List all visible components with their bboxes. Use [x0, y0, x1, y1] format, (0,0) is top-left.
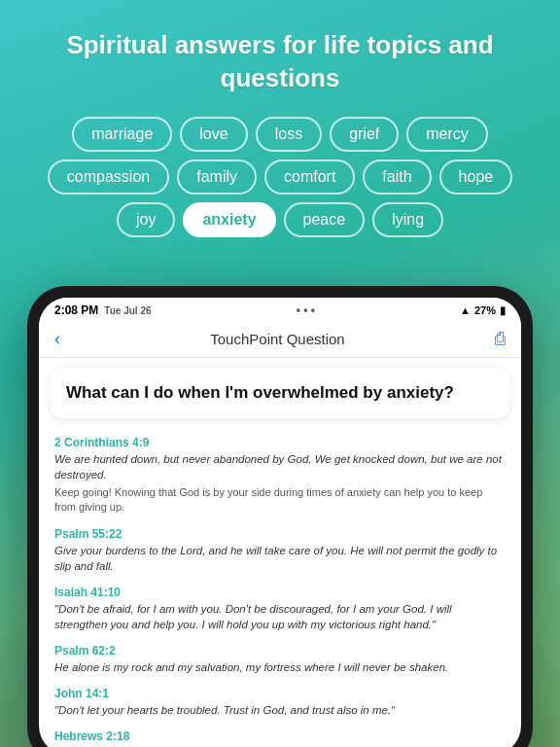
- scripture-verse: "Don't let your hearts be troubled. Trus…: [54, 702, 506, 718]
- scripture-ref: Isaiah 41:10: [54, 586, 506, 599]
- tag-mercy[interactable]: mercy: [406, 117, 488, 152]
- tag-marriage[interactable]: marriage: [72, 117, 172, 152]
- tag-loss[interactable]: loss: [256, 117, 322, 152]
- phone-container: 2:08 PM Tue Jul 26 • • • ▲ 27% ▮ ‹ Touch…: [27, 286, 533, 747]
- share-icon[interactable]: ⎙: [495, 329, 506, 349]
- wifi-icon: ▲: [460, 304, 471, 316]
- tag-faith[interactable]: faith: [363, 160, 431, 195]
- scripture-item: Hebrews 2:18Since he himself has gone th…: [54, 729, 506, 747]
- battery-text: 27%: [474, 304, 496, 316]
- tag-family[interactable]: family: [177, 160, 257, 195]
- app-nav: ‹ TouchPoint Question ⎙: [39, 321, 521, 358]
- scripture-item: Isaiah 41:10"Don't be afraid, for I am w…: [54, 586, 506, 632]
- page-title: Spiritual answers for life topics and qu…: [19, 29, 541, 95]
- scripture-item: Psalm 62:2He alone is my rock and my sal…: [54, 644, 506, 675]
- tag-lying[interactable]: lying: [372, 202, 443, 237]
- status-time: 2:08 PM: [54, 303, 98, 317]
- top-section: Spiritual answers for life topics and qu…: [0, 0, 560, 257]
- tag-compassion[interactable]: compassion: [48, 160, 169, 195]
- tag-love[interactable]: love: [180, 117, 247, 152]
- scripture-ref: Psalm 62:2: [54, 644, 506, 658]
- tag-hope[interactable]: hope: [439, 160, 513, 195]
- status-icons: ▲ 27% ▮: [460, 304, 506, 317]
- scripture-item: Psalm 55:22Give your burdens to the Lord…: [54, 527, 506, 574]
- scripture-list[interactable]: 2 Corinthians 4:9We are hunted down, but…: [39, 428, 521, 747]
- tag-comfort[interactable]: comfort: [264, 160, 355, 195]
- tag-grief[interactable]: grief: [330, 117, 399, 152]
- scripture-ref: John 14:1: [54, 687, 506, 700]
- tag-peace[interactable]: peace: [284, 202, 366, 237]
- tags-container: marriagelovelossgriefmercycompassionfami…: [19, 117, 541, 237]
- scripture-verse: He alone is my rock and my salvation, my…: [54, 659, 506, 675]
- scripture-verse: We are hunted down, but never abandoned …: [54, 451, 506, 482]
- scripture-item: John 14:1"Don't let your hearts be troub…: [54, 687, 506, 718]
- back-icon[interactable]: ‹: [54, 329, 60, 349]
- question-text: What can I do when I'm overwhelmed by an…: [66, 381, 494, 405]
- scripture-verse: Give your burdens to the Lord, and he wi…: [54, 543, 506, 574]
- tag-anxiety[interactable]: anxiety: [183, 202, 275, 237]
- scripture-item: 2 Corinthians 4:9We are hunted down, but…: [54, 436, 506, 516]
- scripture-ref: Hebrews 2:18: [54, 729, 506, 743]
- scripture-ref: 2 Corinthians 4:9: [54, 436, 506, 449]
- scripture-note: Keep going! Knowing that God is by your …: [54, 485, 506, 516]
- question-box: What can I do when I'm overwhelmed by an…: [51, 368, 509, 418]
- phone-screen: 2:08 PM Tue Jul 26 • • • ▲ 27% ▮ ‹ Touch…: [39, 298, 521, 747]
- scripture-verse: "Don't be afraid, for I am with you. Don…: [54, 601, 506, 632]
- scripture-ref: Psalm 55:22: [54, 527, 506, 541]
- nav-title: TouchPoint Question: [210, 331, 344, 347]
- status-date: Tue Jul 26: [104, 305, 151, 316]
- battery-icon: ▮: [500, 304, 506, 317]
- phone-frame: 2:08 PM Tue Jul 26 • • • ▲ 27% ▮ ‹ Touch…: [27, 286, 533, 747]
- tag-joy[interactable]: joy: [117, 202, 175, 237]
- status-bar: 2:08 PM Tue Jul 26 • • • ▲ 27% ▮: [39, 298, 521, 321]
